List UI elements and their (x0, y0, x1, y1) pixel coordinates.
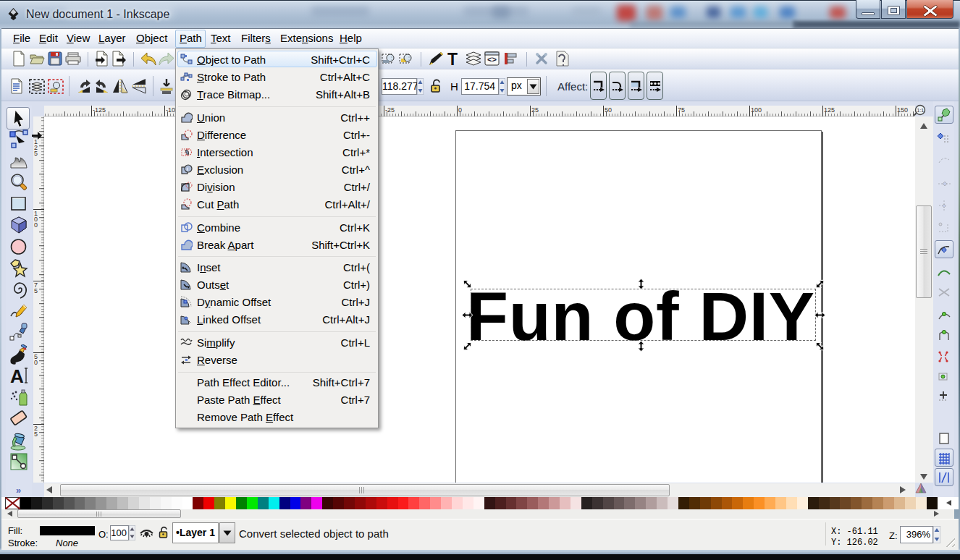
svg-text:A: A (10, 366, 24, 386)
svg-text:<>: <> (487, 55, 497, 64)
svg-text:1:1: 1:1 (917, 108, 925, 113)
